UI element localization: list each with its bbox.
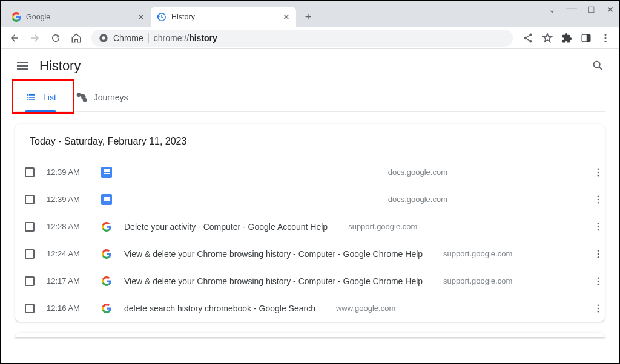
tab-title: Google bbox=[26, 13, 133, 21]
svg-point-14 bbox=[598, 223, 599, 224]
tab-title: History bbox=[171, 13, 278, 21]
svg-point-9 bbox=[598, 171, 599, 173]
svg-point-20 bbox=[598, 277, 599, 279]
chevron-down-icon[interactable]: ⌄ bbox=[547, 4, 558, 15]
forward-button[interactable] bbox=[26, 29, 44, 47]
history-entry-title[interactable]: delete search history chromebook - Googl… bbox=[124, 304, 315, 313]
home-button[interactable] bbox=[67, 29, 85, 47]
svg-point-13 bbox=[598, 201, 599, 203]
side-panel-button[interactable] bbox=[577, 29, 595, 47]
svg-point-8 bbox=[598, 168, 599, 170]
date-header: Today - Saturday, February 11, 2023 bbox=[15, 124, 605, 158]
svg-point-11 bbox=[598, 195, 599, 197]
svg-point-22 bbox=[598, 283, 599, 285]
svg-point-17 bbox=[598, 250, 599, 252]
select-checkbox[interactable] bbox=[25, 276, 35, 286]
browser-tab-google[interactable]: Google ✕ bbox=[5, 7, 151, 27]
history-entry-domain: support.google.com bbox=[443, 276, 512, 285]
history-entry-domain: docs.google.com bbox=[388, 195, 447, 204]
address-divider bbox=[148, 33, 149, 43]
share-button[interactable] bbox=[519, 29, 537, 47]
history-entry-time: 12:39 AM bbox=[47, 195, 89, 204]
svg-point-15 bbox=[598, 226, 599, 227]
hamburger-menu-icon[interactable] bbox=[15, 59, 30, 73]
address-bar[interactable]: Chrome chrome://history bbox=[91, 30, 513, 47]
entry-menu-button[interactable] bbox=[544, 303, 593, 314]
bookmark-button[interactable] bbox=[538, 29, 556, 47]
tab-list[interactable]: List bbox=[15, 83, 66, 111]
history-row: 12:16 AMdelete search history chromebook… bbox=[15, 294, 605, 322]
svg-point-16 bbox=[598, 229, 599, 230]
entry-menu-button[interactable] bbox=[544, 194, 593, 205]
window-controls: ⌄ — ☐ ✕ bbox=[547, 4, 616, 15]
history-entry-title[interactable]: View & delete your Chrome browsing histo… bbox=[124, 276, 423, 286]
select-checkbox[interactable] bbox=[25, 222, 35, 232]
close-window-icon[interactable]: ✕ bbox=[605, 4, 616, 15]
history-entry-time: 12:28 AM bbox=[47, 222, 89, 231]
maximize-window-icon[interactable]: ☐ bbox=[585, 4, 596, 15]
history-day-card: Today - Saturday, February 11, 2023 12:3… bbox=[15, 124, 605, 322]
entry-menu-button[interactable] bbox=[544, 276, 593, 287]
svg-point-10 bbox=[598, 174, 599, 176]
history-row: 12:39 AMdocs.google.com bbox=[15, 186, 605, 213]
history-row: 12:28 AMDelete your activity - Computer … bbox=[15, 213, 605, 240]
entry-menu-button[interactable] bbox=[544, 221, 593, 232]
svg-point-18 bbox=[598, 253, 599, 255]
svg-point-24 bbox=[598, 307, 599, 309]
tab-label: Journeys bbox=[94, 93, 128, 102]
svg-point-23 bbox=[598, 304, 599, 306]
google-icon bbox=[102, 304, 111, 313]
reload-button[interactable] bbox=[47, 29, 65, 47]
svg-rect-4 bbox=[587, 34, 590, 42]
docs-icon bbox=[101, 194, 112, 205]
tab-journeys[interactable]: Journeys bbox=[66, 83, 138, 111]
entry-menu-button[interactable] bbox=[544, 167, 593, 178]
google-icon bbox=[102, 222, 111, 232]
google-icon bbox=[102, 249, 111, 259]
history-row: 12:24 AMView & delete your Chrome browsi… bbox=[15, 240, 605, 267]
history-content: Today - Saturday, February 11, 2023 12:3… bbox=[1, 112, 619, 337]
history-row: 12:17 AMView & delete your Chrome browsi… bbox=[15, 267, 605, 294]
minimize-window-icon[interactable]: — bbox=[566, 2, 577, 13]
select-checkbox[interactable] bbox=[25, 167, 35, 177]
docs-icon bbox=[101, 167, 112, 178]
svg-point-5 bbox=[605, 34, 607, 36]
history-entry-domain: support.google.com bbox=[443, 249, 512, 258]
tab-label: List bbox=[43, 93, 56, 102]
history-entry-time: 12:39 AM bbox=[47, 167, 89, 177]
close-tab-icon[interactable]: ✕ bbox=[283, 12, 290, 22]
history-entry-domain: support.google.com bbox=[348, 222, 417, 231]
history-tabs: List Journeys bbox=[15, 83, 605, 112]
history-favicon bbox=[157, 12, 167, 22]
history-header: History bbox=[1, 49, 619, 83]
history-entry-time: 12:17 AM bbox=[47, 276, 89, 285]
history-entry-domain: www.google.com bbox=[336, 304, 395, 313]
history-entry-domain: docs.google.com bbox=[388, 167, 447, 177]
google-icon bbox=[102, 276, 111, 286]
search-history-button[interactable] bbox=[592, 59, 605, 73]
svg-point-7 bbox=[605, 40, 607, 42]
close-tab-icon[interactable]: ✕ bbox=[137, 12, 145, 22]
history-row: 12:39 AMdocs.google.com bbox=[15, 158, 605, 186]
select-checkbox[interactable] bbox=[25, 249, 35, 259]
svg-point-21 bbox=[598, 280, 599, 282]
address-scheme: Chrome bbox=[113, 33, 143, 43]
browser-tab-history[interactable]: History ✕ bbox=[151, 7, 296, 27]
history-entry-time: 12:24 AM bbox=[47, 249, 89, 258]
chrome-icon bbox=[99, 33, 108, 43]
back-button[interactable] bbox=[5, 29, 24, 47]
history-entry-title[interactable]: Delete your activity - Computer - Google… bbox=[124, 222, 328, 232]
entry-menu-button[interactable] bbox=[544, 249, 593, 259]
history-day-card-next bbox=[15, 333, 605, 337]
history-entry-title[interactable]: View & delete your Chrome browsing histo… bbox=[124, 249, 423, 259]
select-checkbox[interactable] bbox=[25, 195, 35, 204]
google-favicon bbox=[12, 12, 21, 22]
svg-point-25 bbox=[598, 310, 599, 312]
browser-menu-button[interactable] bbox=[596, 29, 615, 47]
extensions-button[interactable] bbox=[558, 29, 576, 47]
select-checkbox[interactable] bbox=[25, 304, 35, 313]
history-entry-time: 12:16 AM bbox=[47, 304, 89, 313]
svg-point-2 bbox=[102, 36, 105, 39]
browser-toolbar: Chrome chrome://history bbox=[1, 27, 619, 49]
new-tab-button[interactable]: + bbox=[300, 8, 317, 25]
